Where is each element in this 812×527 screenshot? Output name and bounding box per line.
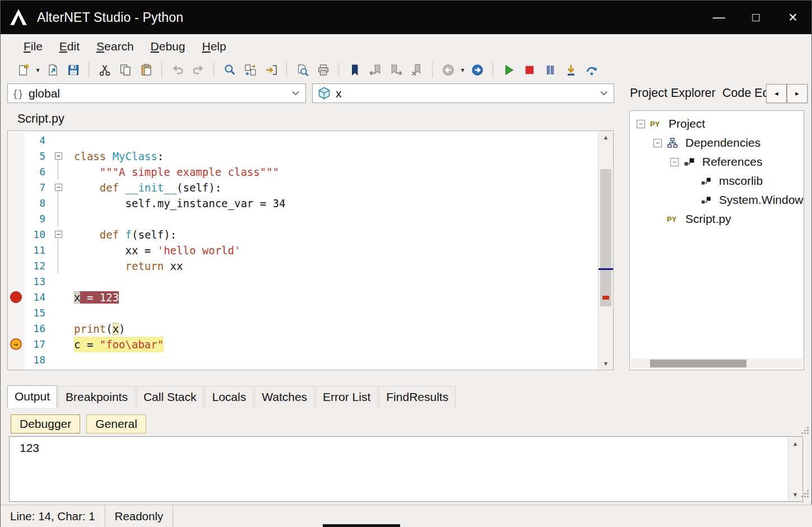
document-tab-scriptpy[interactable]: Script.py xyxy=(7,107,75,130)
code-text[interactable]: print(x) xyxy=(66,321,126,337)
code-text[interactable]: xx = 'hello world' xyxy=(66,242,240,258)
close-button[interactable]: × xyxy=(774,1,811,34)
menu-file[interactable]: File xyxy=(15,36,51,57)
breakpoint-margin[interactable] xyxy=(8,227,25,242)
collapse-icon[interactable]: − xyxy=(55,152,62,160)
code-text[interactable]: return xx xyxy=(66,258,183,274)
code-text[interactable]: """A simple example class""" xyxy=(66,164,279,180)
collapse-icon[interactable]: − xyxy=(55,231,62,238)
minimize-button[interactable]: — xyxy=(700,1,737,34)
output-tab-debugger[interactable]: Debugger xyxy=(11,414,80,433)
clear-bookmarks-icon[interactable] xyxy=(406,60,427,80)
tab-error-list[interactable]: Error List xyxy=(315,386,378,408)
menu-debug[interactable]: Debug xyxy=(142,36,194,57)
navigate-back-dropdown-icon[interactable]: ▾ xyxy=(458,66,467,74)
navigate-forward-icon[interactable] xyxy=(467,60,488,80)
breakpoint-margin[interactable] xyxy=(8,211,25,227)
tab-findresults[interactable]: FindResults xyxy=(379,386,456,408)
fold-marker[interactable]: − xyxy=(50,180,66,195)
output-content-box[interactable]: 123 ▲ ▼ xyxy=(9,436,803,502)
copy-icon[interactable] xyxy=(115,60,136,80)
paste-icon[interactable] xyxy=(136,60,156,80)
maximize-button[interactable]: □ xyxy=(737,1,774,34)
toggle-bookmark-icon[interactable] xyxy=(344,60,365,80)
cut-icon[interactable] xyxy=(94,60,115,80)
find-icon[interactable] xyxy=(219,60,240,80)
menu-search[interactable]: Search xyxy=(88,36,142,57)
scroll-up-button[interactable]: ▲ xyxy=(788,437,802,450)
breakpoint-margin[interactable] xyxy=(8,148,25,164)
breakpoint-margin[interactable] xyxy=(8,180,25,195)
menu-edit[interactable]: Edit xyxy=(51,36,88,57)
chevron-down-icon[interactable] xyxy=(291,91,300,96)
breakpoint-margin[interactable]: → xyxy=(8,337,25,352)
new-file-dropdown-icon[interactable]: ▾ xyxy=(34,66,42,74)
scrollbar-thumb[interactable] xyxy=(600,169,611,306)
menu-help[interactable]: Help xyxy=(193,36,234,57)
code-text[interactable]: self.my_instance_var = 34 xyxy=(66,195,286,211)
tab-locals[interactable]: Locals xyxy=(205,386,253,408)
code-text[interactable] xyxy=(66,305,74,321)
step-into-icon[interactable] xyxy=(560,60,581,80)
code-text[interactable]: class MyClass: xyxy=(66,148,164,164)
code-text[interactable] xyxy=(66,133,74,148)
navigate-back-icon[interactable] xyxy=(438,60,458,80)
tree-item-dependencies[interactable]: −Dependencies xyxy=(630,133,804,152)
resize-grip[interactable] xyxy=(801,426,809,434)
tab-project-explorer[interactable]: Project Explorer xyxy=(627,86,719,100)
code-editor[interactable]: 45−class MyClass:6 """A simple example c… xyxy=(7,130,614,370)
member-combo[interactable]: x xyxy=(312,83,614,103)
code-text[interactable]: def __init__(self): xyxy=(66,180,221,195)
tree-item-system-windows-forms[interactable]: System.Windows.Forms xyxy=(630,190,804,209)
pause-icon[interactable] xyxy=(540,60,560,80)
breakpoint-margin[interactable] xyxy=(8,352,25,368)
output-tab-general[interactable]: General xyxy=(86,414,146,433)
code-text[interactable] xyxy=(66,352,74,368)
tab-code-editor[interactable]: Code Editor xyxy=(719,86,766,100)
scroll-up-button[interactable]: ▲ xyxy=(598,131,613,143)
collapse-icon[interactable]: − xyxy=(637,120,645,128)
tab-scroll-left-button[interactable]: ◂ xyxy=(766,84,787,103)
code-text[interactable]: MessageBox.Show("From MyClass: " + MyCla… xyxy=(66,368,388,370)
code-text[interactable] xyxy=(66,211,74,227)
breakpoint-margin[interactable] xyxy=(8,305,25,321)
tree-item-mscorlib[interactable]: mscorlib xyxy=(630,171,804,190)
tree-item-project[interactable]: −PYProject xyxy=(630,114,804,133)
chevron-down-icon[interactable] xyxy=(600,91,608,96)
breakpoint-margin[interactable] xyxy=(8,274,25,290)
editor-vertical-scrollbar[interactable]: ▲ ▼ xyxy=(598,131,613,370)
breakpoint-margin[interactable] xyxy=(8,258,25,274)
save-icon[interactable] xyxy=(63,60,83,80)
collapse-icon[interactable]: − xyxy=(670,158,679,166)
collapse-icon[interactable]: − xyxy=(55,184,62,191)
step-over-icon[interactable] xyxy=(581,60,602,80)
find-in-files-icon[interactable] xyxy=(292,60,313,80)
code-text[interactable] xyxy=(66,274,74,290)
output-vertical-scrollbar[interactable]: ▲ ▼ xyxy=(788,437,802,501)
collapse-icon[interactable]: − xyxy=(653,139,662,147)
scroll-down-button[interactable]: ▼ xyxy=(788,488,802,501)
stop-icon[interactable] xyxy=(519,60,540,80)
tree-item-script-py[interactable]: PYScript.py xyxy=(630,209,804,228)
breakpoint-margin[interactable] xyxy=(8,164,25,180)
resize-grip[interactable] xyxy=(801,489,809,497)
breakpoint-margin[interactable] xyxy=(8,195,25,211)
scroll-down-button[interactable]: ▼ xyxy=(598,357,613,370)
tree-item-references[interactable]: −References xyxy=(630,152,804,171)
print-icon[interactable] xyxy=(313,60,333,80)
breakpoint-margin[interactable] xyxy=(8,321,25,337)
breakpoint-margin[interactable] xyxy=(8,290,25,305)
goto-line-icon[interactable] xyxy=(261,60,281,80)
scrollbar-thumb[interactable] xyxy=(650,360,746,367)
previous-bookmark-icon[interactable] xyxy=(365,60,386,80)
code-text[interactable]: c = "foo\abar" xyxy=(66,337,164,352)
undo-icon[interactable] xyxy=(167,60,188,80)
breakpoint-margin[interactable] xyxy=(8,368,25,370)
run-icon[interactable] xyxy=(498,60,519,80)
tab-call-stack[interactable]: Call Stack xyxy=(136,386,204,408)
next-bookmark-icon[interactable] xyxy=(386,60,406,80)
breakpoint-margin[interactable] xyxy=(8,133,25,148)
code-text[interactable]: x = 123 xyxy=(66,290,119,305)
scope-combo[interactable]: { } global xyxy=(7,83,306,103)
tab-scroll-right-button[interactable]: ▸ xyxy=(787,84,808,103)
